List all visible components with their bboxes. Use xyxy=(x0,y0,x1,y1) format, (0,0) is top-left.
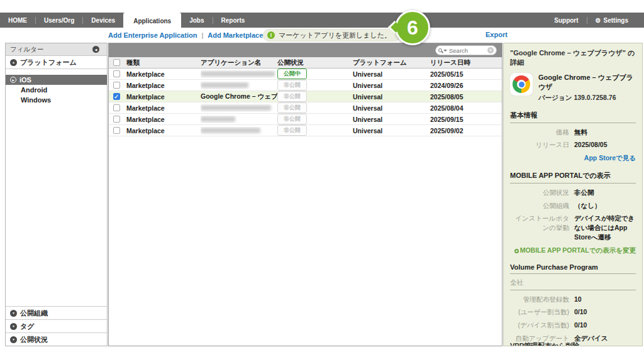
divider xyxy=(510,123,636,123)
cell-type: Marketplace xyxy=(124,93,201,101)
chevron-down-icon: ▼ xyxy=(10,310,17,317)
user-alloc-value: 0/10 xyxy=(574,307,636,317)
chevron-down-icon: ▼ xyxy=(10,336,17,343)
sidebar-item-android[interactable]: Android xyxy=(6,85,107,95)
column-header-app-name[interactable]: アプリケーション名 xyxy=(201,58,277,67)
clipped-section-title: VPP管理配布から削除 xyxy=(510,341,580,346)
managed-dist-label: 管理配布登録数 xyxy=(510,295,574,304)
selected-arrow-icon: ▶ xyxy=(10,77,16,83)
detail-app-name: Google Chrome – ウェブブラウザ xyxy=(538,73,636,92)
table-row[interactable]: Marketplace 非公開 Universal 2025/09/02 xyxy=(109,125,502,136)
row-checkbox[interactable] xyxy=(113,104,120,111)
app-summary: Google Chrome – ウェブブラウザ バージョン 139.0.7258… xyxy=(510,73,636,102)
sidebar-section-tag[interactable]: ▼ タグ xyxy=(6,319,107,332)
nav-applications-active-tab[interactable]: Applications xyxy=(123,13,181,30)
cell-platform: Universal xyxy=(353,70,430,78)
sidebar-item-ios[interactable]: ▶ iOS xyxy=(6,75,107,85)
platform-label: Windows xyxy=(21,96,51,104)
nav-reports[interactable]: Reports xyxy=(213,17,253,24)
column-header-platform[interactable]: プラットフォーム xyxy=(353,58,430,67)
change-portal-display-link[interactable]: MOBILE APP PORTALでの表示を変更 xyxy=(520,246,636,254)
cell-app-name: Google Chrome – ウェブブ... xyxy=(201,92,277,101)
publish-org-label: 公開組織 xyxy=(510,201,574,211)
table-header-row: 種類 アプリケーション名 公開状況 プラットフォーム リリース日時 xyxy=(109,57,502,69)
add-enterprise-app-link[interactable]: Add Enterprise Application xyxy=(108,31,197,39)
user-alloc-label: (ユーザー割当数) xyxy=(510,307,574,317)
cell-app-name-redacted xyxy=(201,104,277,112)
publish-status-value: 非公開 xyxy=(574,188,636,197)
release-date-label: リリース日 xyxy=(510,140,574,150)
cell-release-date: 2025/08/04 xyxy=(430,104,502,112)
row-checkbox[interactable] xyxy=(113,70,120,77)
sidebar-section-label: プラットフォーム xyxy=(20,58,77,67)
status-badge: 非公開 xyxy=(277,114,307,124)
price-label: 価格 xyxy=(510,128,574,137)
column-header-status[interactable]: 公開状況 xyxy=(277,58,353,67)
sidebar-section-label: 公開組織 xyxy=(20,309,48,318)
platform-list: ▶ iOS Android Windows xyxy=(6,75,107,105)
install-button-value: デバイスが特定できない場合にはApp Storeへ遷移 xyxy=(574,214,636,241)
chevron-down-icon: ▼ xyxy=(10,323,17,330)
device-alloc-value: 0/10 xyxy=(574,321,636,330)
nav-devices[interactable]: Devices xyxy=(83,17,123,24)
export-link[interactable]: Export xyxy=(486,31,508,38)
table-row[interactable]: Marketplace 公開中 Universal 2025/05/15 xyxy=(109,69,502,80)
cell-release-date: 2025/08/05 xyxy=(430,93,502,101)
divider xyxy=(510,183,636,184)
section-vpp: Volume Purchase Program xyxy=(510,263,636,271)
app-detail-panel: "Google Chrome – ウェブブラウザ" の詳細 Google Chr… xyxy=(503,43,643,346)
cell-release-date: 2025/05/15 xyxy=(430,70,502,78)
publish-status-label: 公開状況 xyxy=(510,188,574,197)
cell-type: Marketplace xyxy=(124,82,201,89)
cell-release-date: 2025/09/15 xyxy=(430,116,502,123)
row-checkbox[interactable] xyxy=(113,82,120,89)
cell-type: Marketplace xyxy=(124,104,201,112)
vpp-scope: 全社 xyxy=(510,278,636,287)
row-checkbox-checked[interactable]: ✓ xyxy=(113,93,120,100)
settings-dot-icon xyxy=(514,249,519,253)
search-scope-dropdown-icon[interactable] xyxy=(443,50,447,52)
column-header-type[interactable]: 種類 xyxy=(124,58,201,67)
sidebar-section-publish-org[interactable]: ▼ 公開組織 xyxy=(6,306,107,319)
sidebar-item-windows[interactable]: Windows xyxy=(6,95,107,105)
cell-app-name-redacted xyxy=(201,82,277,89)
info-icon: ! xyxy=(267,31,275,39)
search-box[interactable]: ✕ xyxy=(435,45,497,55)
nav-support[interactable]: Support xyxy=(546,17,586,24)
table-row-selected[interactable]: ✓ Marketplace Google Chrome – ウェブブ... 非公… xyxy=(109,91,502,102)
application-table: ✕ 種類 アプリケーション名 公開状況 プラットフォーム リリース日時 Mark… xyxy=(108,43,502,346)
install-button-label: インストールボタンの挙動 xyxy=(510,214,574,241)
view-in-appstore-link[interactable]: App Storeで見る xyxy=(584,154,636,162)
clear-search-icon[interactable]: ✕ xyxy=(487,47,494,53)
cell-platform: Universal xyxy=(353,93,430,101)
action-bar: Add Enterprise Application | Add Marketp… xyxy=(0,28,644,43)
notification-text: マーケットアプリを更新しました。 xyxy=(279,31,391,40)
collapse-sidebar-icon[interactable]: ◀ xyxy=(92,46,99,53)
cell-type: Marketplace xyxy=(124,70,201,78)
gear-icon: ⚙ xyxy=(596,17,601,24)
row-checkbox[interactable] xyxy=(113,116,120,123)
section-portal-display: MOBILE APP PORTALでの表示 xyxy=(510,171,636,180)
table-row[interactable]: Marketplace 非公開 Universal 2025/09/15 xyxy=(109,114,502,125)
table-toolbar: ✕ xyxy=(109,43,502,57)
sidebar-header: フィルター ◀ xyxy=(6,43,107,56)
section-basic-info: 基本情報 xyxy=(510,111,636,120)
sidebar-section-platform[interactable]: ▲ プラットフォーム xyxy=(6,56,107,69)
table-row[interactable]: Marketplace 非公開 Universal 2024/09/26 xyxy=(109,80,502,91)
cell-release-date: 2025/09/02 xyxy=(430,127,502,134)
select-all-checkbox[interactable] xyxy=(113,59,120,66)
search-input[interactable] xyxy=(449,47,486,54)
chrome-logo-icon xyxy=(513,75,530,93)
column-header-release-date[interactable]: リリース日時 xyxy=(430,58,502,67)
nav-settings[interactable]: ⚙Settings xyxy=(587,17,636,24)
price-value: 無料 xyxy=(574,128,636,137)
nav-jobs[interactable]: Jobs xyxy=(181,17,212,24)
nav-users-org[interactable]: Users/Org xyxy=(36,17,82,24)
sidebar-section-publish-status[interactable]: ▼ 公開状況 xyxy=(6,332,107,346)
cell-app-name-redacted xyxy=(201,116,277,123)
cell-release-date: 2024/09/26 xyxy=(430,82,502,89)
row-checkbox[interactable] xyxy=(113,127,120,134)
nav-home[interactable]: HOME xyxy=(0,17,35,24)
notification-toast: ! マーケットアプリを更新しました。 xyxy=(263,29,401,41)
table-row[interactable]: Marketplace 非公開 Universal 2025/08/04 xyxy=(109,102,502,114)
